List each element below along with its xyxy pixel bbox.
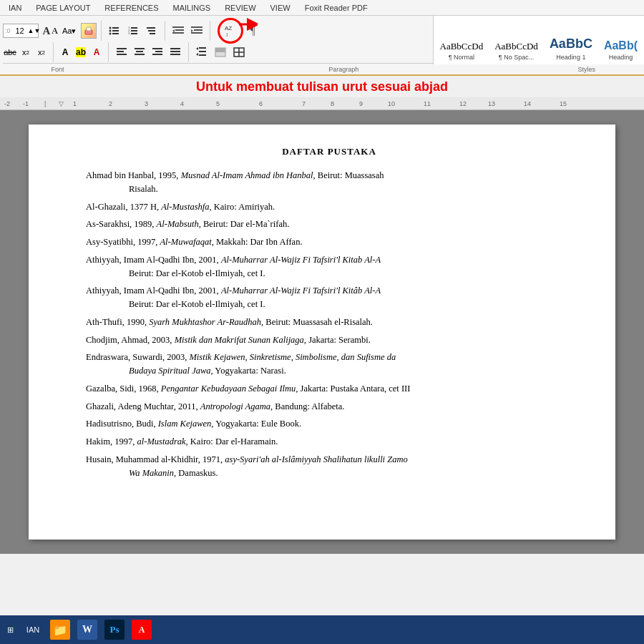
svg-marker-24	[191, 29, 193, 32]
numbered-list-button[interactable]: 1. 2. 3.	[125, 23, 142, 39]
svg-rect-30	[117, 54, 127, 55]
style-normal-preview: AaBbCcDd	[440, 41, 484, 52]
svg-rect-33	[135, 54, 145, 55]
menu-foxit[interactable]: Foxit Reader PDF	[302, 2, 371, 14]
align-left-button[interactable]	[113, 44, 130, 60]
svg-rect-34	[152, 48, 162, 49]
highlight-color-button[interactable]: ab	[74, 45, 88, 59]
svg-rect-32	[136, 51, 143, 52]
svg-rect-18	[175, 29, 184, 31]
font-size-input[interactable]	[12, 26, 28, 35]
superscript-button[interactable]: x2	[34, 45, 49, 59]
svg-rect-29	[117, 51, 124, 52]
menu-ian[interactable]: IAN	[6, 2, 24, 14]
taskbar-acrobat-btn[interactable]: A	[130, 618, 154, 641]
style-nospace-preview: AaBbCcDd	[494, 41, 538, 52]
ruler: -2 -1 | ▽ 1 2 3 4 5 6 7 8 9 10 11 12 13 …	[0, 97, 644, 110]
taskbar-word-btn[interactable]: W	[75, 618, 99, 641]
svg-rect-38	[170, 51, 180, 52]
style-h2-label: Heading	[609, 54, 633, 61]
justify-button[interactable]	[167, 44, 184, 60]
font-size-stepper[interactable]: ▲▼	[28, 27, 38, 34]
svg-text:3.: 3.	[128, 31, 131, 35]
align-center-button[interactable]	[131, 44, 148, 60]
list-item: As-Sarakhsi, 1989, Al-Mabsuth, Beirut: D…	[86, 218, 572, 231]
clear-formatting-button[interactable]	[81, 23, 97, 39]
shrink-font-button[interactable]: A	[52, 26, 58, 36]
align-buttons	[113, 44, 184, 60]
font-color-button[interactable]: A	[58, 45, 72, 59]
svg-rect-9	[131, 27, 137, 29]
grow-font-button[interactable]: A	[43, 25, 51, 37]
align-right-button[interactable]	[149, 44, 166, 60]
list-item: Chodjim, Ahmad, 2003, Mistik dan Makrifa…	[86, 333, 572, 347]
svg-marker-20	[172, 29, 175, 32]
bullet-list-button[interactable]	[106, 23, 123, 39]
style-heading1[interactable]: AaBbC Heading 1	[545, 17, 597, 63]
svg-rect-36	[152, 54, 162, 55]
document-area: DAFTAR PUSTAKA Ahmad bin Hanbal, 1995, M…	[0, 110, 644, 554]
svg-rect-3	[112, 27, 119, 29]
separator-4	[53, 42, 54, 62]
separator-3	[210, 21, 210, 41]
font-color2-button[interactable]: A	[89, 45, 104, 59]
font-size-box: :0 ▲▼	[3, 24, 39, 38]
paragraph-label: Paragraph	[109, 66, 577, 73]
taskbar-files-btn[interactable]: 📁	[48, 618, 72, 641]
list-item: Husain, Muhammad al-Khidhir, 1971, asy-S…	[86, 453, 572, 480]
strikethrough-button[interactable]: abc	[3, 45, 17, 59]
svg-rect-37	[170, 48, 180, 49]
style-h1-preview: AaBbC	[550, 36, 592, 52]
word-icon: W	[77, 620, 97, 640]
list-item: Ghazali, Adeng Muchtar, 2011, Antropolog…	[86, 400, 572, 414]
list-item: Ath-Thufi, 1990, Syarh Mukhtashor Ar-Rau…	[86, 316, 572, 329]
document-page[interactable]: DAFTAR PUSTAKA Ahmad bin Hanbal, 1995, M…	[29, 125, 615, 540]
svg-rect-15	[148, 30, 155, 31]
svg-point-4	[109, 30, 111, 32]
ribbon-section-labels: Font Paragraph Styles	[3, 63, 641, 74]
menu-page-layout[interactable]: PAGE LAYOUT	[33, 2, 93, 14]
taskbar-label-btn[interactable]: IAN	[21, 618, 45, 641]
svg-rect-5	[112, 30, 119, 31]
annotation-bar: Untuk membuat tulisan urut sesuai abjad	[0, 76, 644, 97]
style-normal[interactable]: AaBbCcDd ¶ Normal	[435, 17, 489, 63]
menu-review[interactable]: REVIEW	[222, 2, 258, 14]
style-h1-label: Heading 1	[556, 54, 585, 61]
list-buttons: 1. 2. 3.	[106, 23, 160, 39]
svg-marker-44	[196, 53, 198, 56]
shading-button[interactable]	[212, 44, 229, 60]
list-item: Endraswara, Suwardi, 2003, Mistik Kejawe…	[86, 351, 572, 378]
sort-button-container: AZ ↕	[218, 18, 243, 44]
separator-5	[108, 42, 109, 62]
menu-mailings[interactable]: MAILINGS	[170, 2, 214, 14]
document-title: DAFTAR PUSTAKA	[86, 146, 572, 157]
svg-rect-16	[150, 33, 155, 34]
svg-rect-46	[215, 48, 225, 52]
list-item: Asy-Syatibhi, 1997, Al-Muwafaqat, Makkah…	[86, 235, 572, 249]
svg-rect-21	[191, 26, 203, 28]
style-no-space[interactable]: AaBbCcDd ¶ No Spac...	[489, 17, 543, 63]
increase-indent-button[interactable]	[188, 23, 205, 39]
menu-bar: IAN PAGE LAYOUT REFERENCES MAILINGS REVI…	[0, 0, 644, 16]
svg-rect-23	[191, 32, 203, 34]
font-label: Font	[6, 66, 109, 73]
style-heading2[interactable]: AaBb( Heading	[599, 17, 643, 63]
svg-rect-19	[172, 32, 184, 34]
annotation-text: Untuk membuat tulisan urut sesuai abjad	[196, 79, 448, 94]
change-case-button[interactable]: Aa▾	[62, 26, 76, 36]
separator-2	[165, 21, 165, 41]
menu-references[interactable]: REFERENCES	[102, 2, 161, 14]
svg-marker-43	[196, 47, 198, 50]
borders-button[interactable]	[230, 44, 248, 60]
svg-rect-28	[117, 48, 127, 49]
line-spacing-button[interactable]	[193, 44, 210, 60]
ribbon: :0 ▲▼ A A Aa▾	[0, 16, 644, 76]
multilevel-list-button[interactable]	[143, 23, 160, 39]
style-h2-preview: AaBb(	[604, 39, 638, 52]
svg-text:AZ: AZ	[225, 25, 232, 31]
menu-view[interactable]: VIEW	[268, 2, 293, 14]
subscript-button[interactable]: x2	[19, 45, 33, 59]
decrease-indent-button[interactable]	[170, 23, 187, 39]
list-item: Al-Ghazali, 1377 H, Al-Mustashfa, Kairo:…	[86, 200, 572, 214]
taskbar-ps-btn[interactable]: Ps	[102, 618, 127, 641]
